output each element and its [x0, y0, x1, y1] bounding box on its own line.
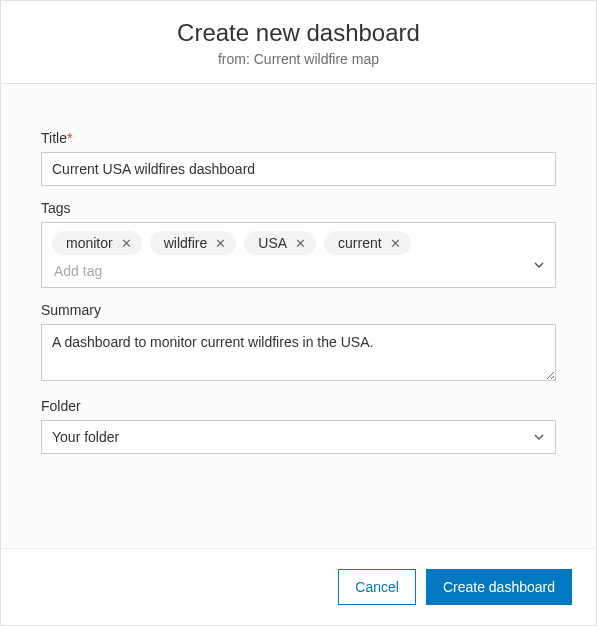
- tags-input-box[interactable]: monitor ✕ wildfire ✕ USA ✕ current ✕: [41, 222, 556, 288]
- summary-textarea[interactable]: [41, 324, 556, 381]
- tags-label: Tags: [41, 200, 556, 216]
- create-dashboard-button[interactable]: Create dashboard: [426, 569, 572, 605]
- tag-chip[interactable]: current ✕: [324, 231, 411, 255]
- tag-chip[interactable]: USA ✕: [244, 231, 316, 255]
- folder-label: Folder: [41, 398, 556, 414]
- dialog-footer: Cancel Create dashboard: [1, 548, 596, 625]
- tag-chip-label: wildfire: [164, 235, 208, 251]
- remove-tag-icon[interactable]: ✕: [295, 237, 306, 250]
- summary-field-group: Summary: [41, 302, 556, 384]
- summary-label: Summary: [41, 302, 556, 318]
- tag-chip[interactable]: monitor ✕: [52, 231, 142, 255]
- folder-field-group: Folder Your folder: [41, 398, 556, 454]
- tag-chip-label: USA: [258, 235, 287, 251]
- chevron-down-icon: [533, 431, 545, 443]
- create-dashboard-dialog: Create new dashboard from: Current wildf…: [0, 0, 597, 626]
- remove-tag-icon[interactable]: ✕: [215, 237, 226, 250]
- dialog-body: Title* Tags monitor ✕ wildfire ✕ USA: [1, 84, 596, 548]
- title-label: Title*: [41, 130, 556, 146]
- remove-tag-icon[interactable]: ✕: [121, 237, 132, 250]
- folder-selected-value: Your folder: [52, 429, 119, 445]
- required-mark: *: [67, 130, 72, 146]
- tags-field-group: Tags monitor ✕ wildfire ✕ USA ✕: [41, 200, 556, 288]
- tag-chip-label: current: [338, 235, 382, 251]
- cancel-button[interactable]: Cancel: [338, 569, 416, 605]
- tag-chip[interactable]: wildfire ✕: [150, 231, 237, 255]
- add-tag-input[interactable]: [52, 261, 202, 281]
- chevron-down-icon[interactable]: [533, 259, 545, 271]
- tag-chip-label: monitor: [66, 235, 113, 251]
- dialog-header: Create new dashboard from: Current wildf…: [1, 1, 596, 84]
- dialog-subtitle: from: Current wildfire map: [21, 51, 576, 67]
- tags-chip-row: monitor ✕ wildfire ✕ USA ✕ current ✕: [52, 231, 527, 255]
- title-field-group: Title*: [41, 130, 556, 186]
- dialog-title: Create new dashboard: [21, 19, 576, 47]
- title-input[interactable]: [41, 152, 556, 186]
- folder-select[interactable]: Your folder: [41, 420, 556, 454]
- remove-tag-icon[interactable]: ✕: [390, 237, 401, 250]
